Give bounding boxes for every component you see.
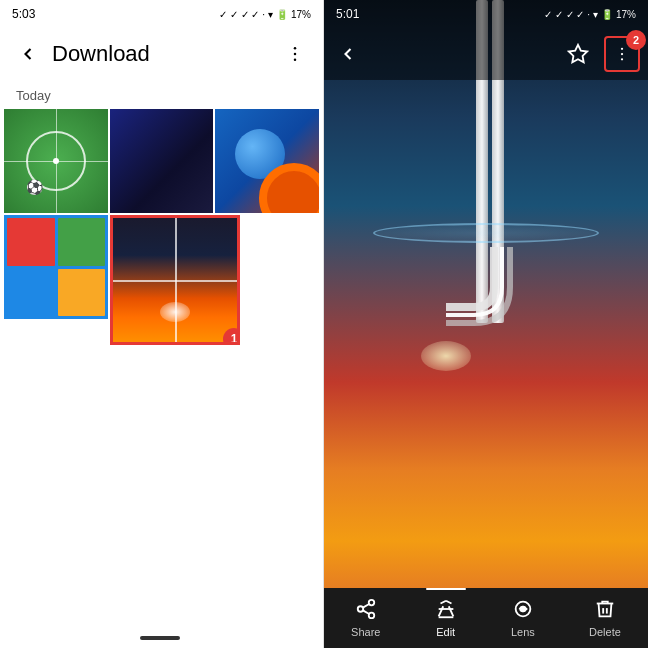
main-photo [324, 0, 648, 588]
svg-point-9 [369, 613, 375, 619]
svg-point-1 [294, 53, 297, 56]
star-button[interactable] [560, 36, 596, 72]
delete-icon [594, 598, 616, 623]
svg-line-16 [440, 601, 446, 604]
svg-point-8 [358, 606, 364, 612]
svg-point-2 [294, 59, 297, 62]
svg-line-13 [438, 606, 443, 616]
share-label: Share [351, 626, 380, 638]
photo-sunset-selected[interactable]: 1 [110, 215, 240, 345]
back-button-right[interactable] [332, 38, 364, 70]
share-tool[interactable]: Share [343, 594, 388, 642]
win-tile-red [7, 218, 55, 266]
left-time: 5:03 [12, 7, 35, 21]
edit-tool[interactable]: Edit [427, 594, 465, 642]
svg-point-7 [369, 600, 375, 606]
status-bar-left: 5:03 ✓ ✓ ✓ ✓ · ▾ 🔋 17% [0, 0, 323, 28]
battery-icon: 🔋 [276, 9, 288, 20]
photo-windows[interactable] [4, 215, 108, 319]
wifi-icon: ▾ [268, 9, 273, 20]
right-status-icons: ✓ ✓ ✓ ✓ · ▾ 🔋 17% [544, 9, 636, 20]
win-tile-yellow [58, 269, 106, 317]
more-menu-button-right[interactable]: 2 [604, 36, 640, 72]
bottom-toolbar-right: Share Edit [324, 588, 648, 648]
badge-2: 2 [626, 30, 646, 50]
toolbar-left: Download [0, 28, 323, 80]
lens-tool[interactable]: Lens [503, 594, 543, 642]
svg-point-0 [294, 47, 297, 50]
svg-line-17 [446, 601, 452, 604]
svg-point-5 [621, 53, 623, 55]
glass-rim [373, 223, 600, 243]
right-time: 5:01 [336, 7, 359, 21]
edit-icon [435, 598, 457, 623]
delete-label: Delete [589, 626, 621, 638]
left-status-icons: ✓ ✓ ✓ ✓ · ▾ 🔋 17% [219, 9, 311, 20]
lens-icon [512, 598, 534, 623]
svg-line-11 [363, 604, 369, 608]
active-divider [324, 588, 648, 590]
svg-line-10 [363, 610, 369, 614]
left-panel: 5:03 ✓ ✓ ✓ ✓ · ▾ 🔋 17% Download Today [0, 0, 324, 648]
bottom-nav-indicator-left [140, 636, 180, 640]
share-icon [355, 598, 377, 623]
right-toolbar-actions: 2 [560, 36, 640, 72]
photo-dark[interactable] [110, 109, 214, 213]
status-bar-right: 5:01 ✓ ✓ ✓ ✓ · ▾ 🔋 17% [324, 0, 648, 28]
liquid-glow [421, 341, 471, 371]
toolbar-right: 2 [324, 28, 648, 80]
svg-marker-3 [569, 45, 587, 62]
photo-row-1: ⚽ [4, 109, 319, 213]
delete-tool[interactable]: Delete [581, 594, 629, 642]
section-label: Today [0, 80, 323, 109]
active-bar [426, 588, 466, 590]
svg-point-4 [621, 48, 623, 50]
right-panel: 5:01 ✓ ✓ ✓ ✓ · ▾ 🔋 17% [324, 0, 648, 648]
photo-soccer[interactable]: ⚽ [4, 109, 108, 213]
battery-icon-right: 🔋 [601, 9, 613, 20]
badge-1: 1 [223, 328, 240, 345]
wifi-icon-right: ▾ [593, 9, 598, 20]
svg-point-6 [621, 58, 623, 60]
soccer-ball-icon: ⚽ [26, 179, 43, 195]
lens-label: Lens [511, 626, 535, 638]
photo-gear[interactable] [215, 109, 319, 213]
straw-bend-svg [446, 247, 546, 327]
photo-grid: ⚽ [0, 109, 323, 345]
svg-point-19 [521, 607, 526, 612]
win-tile-green [58, 218, 106, 266]
back-button-left[interactable] [12, 38, 44, 70]
page-title: Download [52, 41, 279, 67]
more-menu-button[interactable] [279, 38, 311, 70]
win-tile-blue [7, 269, 55, 317]
photo-row-2: 1 [4, 215, 319, 345]
windows-image [4, 215, 108, 319]
svg-line-14 [448, 606, 453, 616]
edit-label: Edit [436, 626, 455, 638]
